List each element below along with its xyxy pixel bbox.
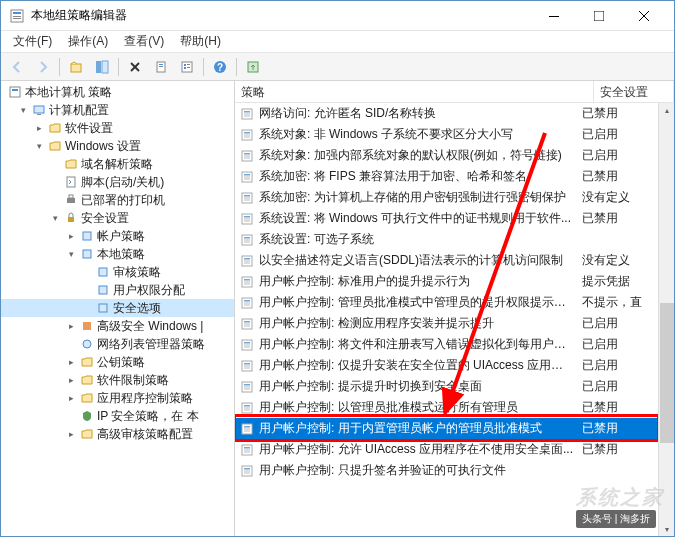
policy-item-icon — [239, 232, 255, 248]
tree-user-rights[interactable]: 用户权限分配 — [1, 281, 234, 299]
list-row[interactable]: 用户帐户控制: 允许 UIAccess 应用程序在不使用安全桌面...已禁用 — [235, 439, 658, 460]
close-button[interactable] — [621, 2, 666, 30]
expand-icon[interactable]: ▸ — [65, 374, 77, 386]
tree-windows-settings[interactable]: ▾ Windows 设置 — [1, 137, 234, 155]
list-body[interactable]: 网络访问: 允许匿名 SID/名称转换已禁用系统对象: 非 Windows 子系… — [235, 103, 658, 536]
list-row[interactable]: 用户帐户控制: 检测应用程序安装并提示提升已启用 — [235, 313, 658, 334]
tree-advanced-audit[interactable]: ▸ 高级审核策略配置 — [1, 425, 234, 443]
row-name: 系统对象: 加强内部系统对象的默认权限(例如，符号链接) — [259, 147, 578, 164]
refresh-button[interactable] — [241, 56, 265, 78]
show-hide-tree-button[interactable] — [90, 56, 114, 78]
row-setting: 已禁用 — [578, 441, 658, 458]
list-row[interactable]: 用户帐户控制: 只提升签名并验证的可执行文件 — [235, 460, 658, 481]
list-row[interactable]: 以安全描述符定义语言(SDDL)语法表示的计算机访问限制没有定义 — [235, 250, 658, 271]
list-row[interactable]: 网络访问: 允许匿名 SID/名称转换已禁用 — [235, 103, 658, 124]
policy-item-icon — [239, 169, 255, 185]
scroll-down-icon[interactable]: ▾ — [660, 522, 674, 536]
scroll-up-icon[interactable]: ▴ — [660, 103, 674, 117]
tree-software-settings[interactable]: ▸ 软件设置 — [1, 119, 234, 137]
list-row[interactable]: 用户帐户控制: 将文件和注册表写入错误虚拟化到每用户位置已启用 — [235, 334, 658, 355]
menubar: 文件(F) 操作(A) 查看(V) 帮助(H) — [1, 31, 674, 53]
svg-rect-85 — [244, 344, 250, 345]
row-setting: 已启用 — [578, 147, 658, 164]
forward-button[interactable] — [31, 56, 55, 78]
expand-icon[interactable]: ▸ — [65, 392, 77, 404]
expand-icon[interactable]: ▸ — [65, 320, 77, 332]
tree-domain-policy[interactable]: 域名解析策略 — [1, 155, 234, 173]
row-name: 用户帐户控制: 将文件和注册表写入错误虚拟化到每用户位置 — [259, 336, 578, 353]
list-row[interactable]: 系统设置: 可选子系统 — [235, 229, 658, 250]
folder-icon — [79, 372, 95, 388]
tree-app-control[interactable]: ▸ 应用程序控制策略 — [1, 389, 234, 407]
delete-button[interactable] — [123, 56, 147, 78]
collapse-icon[interactable]: ▾ — [49, 212, 61, 224]
help-button[interactable]: ? — [208, 56, 232, 78]
back-button[interactable] — [5, 56, 29, 78]
menu-view[interactable]: 查看(V) — [116, 31, 172, 52]
tree-root[interactable]: 本地计算机 策略 — [1, 83, 234, 101]
svg-rect-92 — [244, 384, 250, 386]
maximize-button[interactable] — [576, 2, 621, 30]
tree-advanced-windows-firewall[interactable]: ▸ 高级安全 Windows | — [1, 317, 234, 335]
list-row[interactable]: 用户帐户控制: 以管理员批准模式运行所有管理员已禁用 — [235, 397, 658, 418]
list-row[interactable]: 系统设置: 将 Windows 可执行文件中的证书规则用于软件...已禁用 — [235, 208, 658, 229]
tree-ip-security[interactable]: IP 安全策略，在 本 — [1, 407, 234, 425]
tree-computer-config[interactable]: ▾ 计算机配置 — [1, 101, 234, 119]
tree-security-options[interactable]: 安全选项 — [1, 299, 234, 317]
column-header-name[interactable]: 策略 — [235, 81, 594, 102]
minimize-button[interactable] — [531, 2, 576, 30]
tree-panel[interactable]: 本地计算机 策略 ▾ 计算机配置 ▸ 软件设置 ▾ Windows 设置 域名解… — [1, 81, 235, 536]
expand-icon[interactable]: ▸ — [33, 122, 45, 134]
tree-network-list[interactable]: 网络列表管理器策略 — [1, 335, 234, 353]
list-row[interactable]: 用户帐户控制: 管理员批准模式中管理员的提升权限提示的...不提示，直 — [235, 292, 658, 313]
vertical-scrollbar[interactable]: ▴ ▾ — [658, 103, 674, 536]
tree-software-restrict[interactable]: ▸ 软件限制策略 — [1, 371, 234, 389]
collapse-icon[interactable]: ▾ — [33, 140, 45, 152]
row-name: 用户帐户控制: 提示提升时切换到安全桌面 — [259, 378, 578, 395]
list-row[interactable]: 用户帐户控制: 仅提升安装在安全位置的 UIAccess 应用程序已启用 — [235, 355, 658, 376]
row-name: 系统设置: 将 Windows 可执行文件中的证书规则用于软件... — [259, 210, 578, 227]
folder-icon — [47, 120, 63, 136]
export-button[interactable] — [149, 56, 173, 78]
policy-folder-icon — [79, 228, 95, 244]
tree-account-policy[interactable]: ▸ 帐户策略 — [1, 227, 234, 245]
list-row[interactable]: 用户帐户控制: 提示提升时切换到安全桌面已启用 — [235, 376, 658, 397]
tree-local-policy[interactable]: ▾ 本地策略 — [1, 245, 234, 263]
svg-rect-30 — [69, 195, 73, 198]
column-header-setting[interactable]: 安全设置 — [594, 81, 674, 102]
up-button[interactable] — [64, 56, 88, 78]
menu-file[interactable]: 文件(F) — [5, 31, 60, 52]
tree-scripts[interactable]: 脚本(启动/关机) — [1, 173, 234, 191]
svg-rect-64 — [244, 237, 250, 239]
properties-button[interactable] — [175, 56, 199, 78]
svg-rect-40 — [244, 111, 250, 113]
svg-rect-105 — [244, 449, 250, 450]
list-row[interactable]: 系统加密: 为计算机上存储的用户密钥强制进行强密钥保护没有定义 — [235, 187, 658, 208]
tree-security-settings[interactable]: ▾ 安全设置 — [1, 209, 234, 227]
row-setting: 已启用 — [578, 336, 658, 353]
row-setting: 已启用 — [578, 357, 658, 374]
tree-audit-policy[interactable]: 审核策略 — [1, 263, 234, 281]
menu-help[interactable]: 帮助(H) — [172, 31, 229, 52]
list-header: 策略 安全设置 — [235, 81, 674, 103]
expand-icon[interactable]: ▸ — [65, 428, 77, 440]
tree-public-key[interactable]: ▸ 公钥策略 — [1, 353, 234, 371]
svg-rect-32 — [83, 232, 91, 240]
list-row[interactable]: 系统对象: 加强内部系统对象的默认权限(例如，符号链接)已启用 — [235, 145, 658, 166]
list-row[interactable]: 用户帐户控制: 用于内置管理员帐户的管理员批准模式已禁用 — [235, 418, 658, 439]
svg-rect-48 — [244, 153, 250, 155]
collapse-icon[interactable]: ▾ — [17, 104, 29, 116]
expand-icon[interactable]: ▸ — [65, 356, 77, 368]
list-row[interactable]: 系统对象: 非 Windows 子系统不要求区分大小写已启用 — [235, 124, 658, 145]
menu-action[interactable]: 操作(A) — [60, 31, 116, 52]
row-setting: 没有定义 — [578, 189, 658, 206]
scrollbar-thumb[interactable] — [660, 303, 674, 443]
list-row[interactable]: 系统加密: 将 FIPS 兼容算法用于加密、哈希和签名已禁用 — [235, 166, 658, 187]
list-row[interactable]: 用户帐户控制: 标准用户的提升提示行为提示凭据 — [235, 271, 658, 292]
collapse-icon[interactable]: ▾ — [65, 248, 77, 260]
tree-printers[interactable]: 已部署的打印机 — [1, 191, 234, 209]
svg-rect-49 — [244, 155, 250, 156]
policy-item-icon — [239, 421, 255, 437]
expand-icon[interactable]: ▸ — [65, 230, 77, 242]
svg-rect-88 — [244, 363, 250, 365]
